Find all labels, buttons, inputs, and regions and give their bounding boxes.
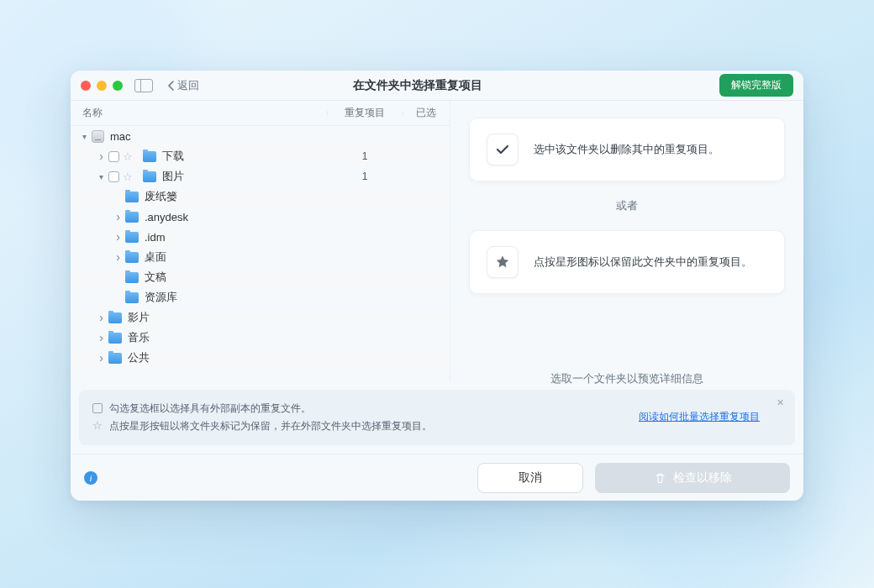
folder-icon xyxy=(108,312,122,323)
hint-check-text: 选中该文件夹以删除其中的重复项目。 xyxy=(534,142,719,157)
remove-label: 检查以移除 xyxy=(673,470,732,486)
window-title: 在文件夹中选择重复项目 xyxy=(124,78,711,93)
column-header: 名称 重复项目 已选 xyxy=(71,101,450,126)
chevron-right-icon[interactable]: › xyxy=(114,230,122,244)
col-duplicates[interactable]: 重复项目 xyxy=(327,106,403,120)
disk-icon xyxy=(92,130,104,143)
tree-row[interactable]: ▾☆图片1 xyxy=(71,166,450,186)
tree-row[interactable]: ›公共 xyxy=(71,348,450,368)
row-star-icon[interactable]: ☆ xyxy=(123,150,133,163)
tree-row[interactable]: ▾mac xyxy=(71,126,450,146)
tree-row[interactable]: ›.anydesk xyxy=(71,207,450,227)
tip-bar: 勾选复选框以选择具有外部副本的重复文件。 ☆点按星形按钮以将文件夹标记为保留，并… xyxy=(79,390,795,445)
row-name: 下载 xyxy=(162,149,184,164)
row-name: .anydesk xyxy=(145,211,188,223)
footer: i 取消 检查以移除 xyxy=(71,454,803,501)
row-name: 影片 xyxy=(128,310,150,325)
cancel-button[interactable]: 取消 xyxy=(477,463,583,493)
chevron-right-icon[interactable]: › xyxy=(97,150,105,163)
row-star-icon[interactable]: ☆ xyxy=(123,171,133,183)
info-icon[interactable]: i xyxy=(84,471,97,485)
checkbox-icon xyxy=(92,403,103,413)
chevron-right-icon[interactable]: › xyxy=(97,331,105,344)
content: 名称 重复项目 已选 ▾mac›☆下载1▾☆图片1·废纸篓›.anydesk›.… xyxy=(71,101,803,381)
chevron-right-icon[interactable]: › xyxy=(114,250,122,264)
fullscreen-window-icon[interactable] xyxy=(113,81,123,91)
tree-row[interactable]: ·文稿 xyxy=(71,267,450,287)
chevron-right-icon[interactable]: › xyxy=(97,311,105,324)
hint-star-text: 点按星形图标以保留此文件夹中的重复项目。 xyxy=(534,255,752,270)
sidebar-toggle-icon[interactable] xyxy=(134,79,153,92)
row-name: 桌面 xyxy=(145,249,166,265)
folder-icon xyxy=(125,212,139,223)
hint-card-star: 点按星形图标以保留此文件夹中的重复项目。 xyxy=(469,230,785,294)
row-checkbox[interactable] xyxy=(108,171,119,182)
folder-icon xyxy=(125,272,139,283)
unlock-button[interactable]: 解锁完整版 xyxy=(719,74,793,97)
left-pane: 名称 重复项目 已选 ▾mac›☆下载1▾☆图片1·废纸篓›.anydesk›.… xyxy=(71,101,450,381)
tree-row[interactable]: ›影片 xyxy=(71,307,450,328)
row-name: mac xyxy=(110,130,131,143)
tip-line-2: 点按星形按钮以将文件夹标记为保留，并在外部文件夹中选择重复项目。 xyxy=(109,417,432,434)
folder-icon xyxy=(108,353,122,364)
col-selected[interactable]: 已选 xyxy=(403,106,450,120)
tree-row[interactable]: ·废纸篓 xyxy=(71,186,450,207)
traffic-lights xyxy=(81,81,123,91)
preview-hint: 选取一个文件夹以预览详细信息 xyxy=(469,371,785,386)
tree-row[interactable]: ›桌面 xyxy=(71,247,450,267)
tip-link[interactable]: 阅读如何批量选择重复项目 xyxy=(639,410,760,424)
tip-lines: 勾选复选框以选择具有外部副本的重复文件。 ☆点按星形按钮以将文件夹标记为保留，并… xyxy=(92,400,627,435)
titlebar: 返回 在文件夹中选择重复项目 解锁完整版 xyxy=(71,71,803,101)
folder-icon xyxy=(125,292,139,303)
tip-line-1: 勾选复选框以选择具有外部副本的重复文件。 xyxy=(109,400,311,417)
folder-icon xyxy=(108,333,122,344)
folder-icon xyxy=(125,252,139,263)
chevron-down-icon[interactable]: ▾ xyxy=(81,132,88,141)
check-icon xyxy=(487,134,519,165)
row-dup-count: 1 xyxy=(327,150,403,162)
col-name[interactable]: 名称 xyxy=(82,106,327,120)
chevron-down-icon[interactable]: ▾ xyxy=(97,172,105,181)
tree-row[interactable]: ›.idm xyxy=(71,227,450,247)
tree-row[interactable]: ·资源库 xyxy=(71,287,450,307)
close-tip-icon[interactable]: ✕ xyxy=(773,396,787,410)
row-dup-count: 1 xyxy=(327,171,403,182)
folder-icon xyxy=(125,232,139,243)
app-window: 返回 在文件夹中选择重复项目 解锁完整版 名称 重复项目 已选 ▾mac›☆下载… xyxy=(71,71,803,501)
row-name: 图片 xyxy=(162,169,184,184)
chevron-right-icon[interactable]: › xyxy=(97,351,105,365)
close-window-icon[interactable] xyxy=(81,81,91,91)
tree-row[interactable]: ›音乐 xyxy=(71,328,450,348)
row-name: 废纸篓 xyxy=(145,189,177,204)
folder-icon xyxy=(143,171,156,182)
folder-icon xyxy=(125,192,139,202)
star-outline-icon: ☆ xyxy=(92,417,103,435)
row-checkbox[interactable] xyxy=(108,151,119,162)
trash-icon xyxy=(654,471,666,484)
row-name: 文稿 xyxy=(145,270,166,285)
right-pane: 选中该文件夹以删除其中的重复项目。 或者 点按星形图标以保留此文件夹中的重复项目… xyxy=(450,101,803,381)
minimize-window-icon[interactable] xyxy=(97,81,107,91)
row-name: 音乐 xyxy=(128,330,150,345)
star-icon xyxy=(487,246,519,278)
row-name: 资源库 xyxy=(145,290,177,305)
chevron-right-icon[interactable]: › xyxy=(114,210,122,223)
row-name: 公共 xyxy=(128,350,150,365)
hint-card-check: 选中该文件夹以删除其中的重复项目。 xyxy=(469,118,785,181)
row-name: .idm xyxy=(145,231,166,244)
folder-icon xyxy=(143,151,156,162)
remove-button: 检查以移除 xyxy=(595,463,790,493)
tree-row[interactable]: ›☆下载1 xyxy=(71,146,450,166)
folder-tree[interactable]: ▾mac›☆下载1▾☆图片1·废纸篓›.anydesk›.idm›桌面·文稿·资… xyxy=(71,126,450,381)
or-label: 或者 xyxy=(469,198,785,213)
